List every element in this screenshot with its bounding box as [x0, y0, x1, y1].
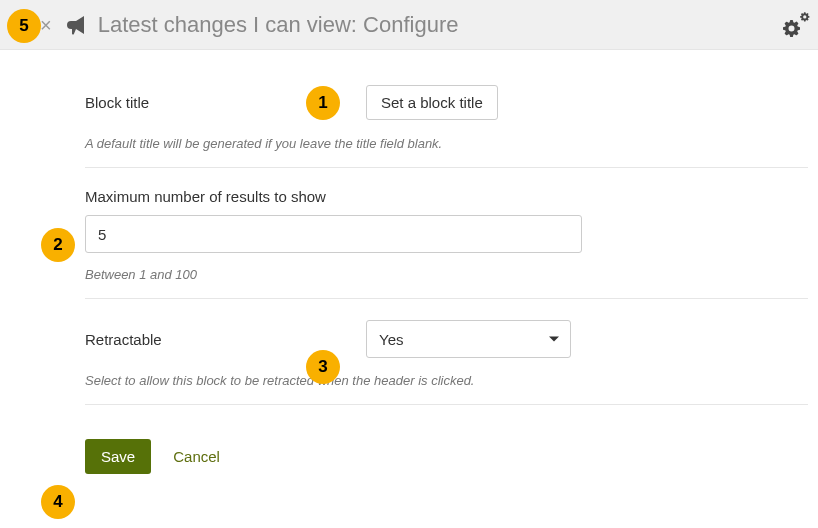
annotation-badge-2: 2 [41, 228, 75, 262]
panel-header: × Latest changes I can view: Configure [0, 0, 818, 50]
gear-icon[interactable] [780, 10, 810, 40]
annotation-badge-5: 5 [7, 9, 41, 43]
block-title-help: A default title will be generated if you… [85, 136, 808, 151]
divider [85, 298, 808, 299]
retractable-select-value[interactable]: Yes [366, 320, 571, 358]
annotation-badge-4: 4 [41, 485, 75, 519]
max-results-input[interactable] [85, 215, 582, 253]
retractable-select[interactable]: Yes [366, 320, 571, 358]
megaphone-icon [64, 13, 88, 37]
retractable-label: Retractable [85, 331, 350, 348]
cancel-link[interactable]: Cancel [173, 448, 220, 465]
panel-body: Block title Set a block title A default … [0, 50, 818, 474]
save-button[interactable]: Save [85, 439, 151, 474]
retractable-row: Retractable Yes [85, 319, 808, 359]
divider [85, 404, 808, 405]
retractable-help: Select to allow this block to be retract… [85, 373, 808, 388]
max-results-label: Maximum number of results to show [85, 188, 808, 205]
action-row: Save Cancel [85, 439, 808, 474]
divider [85, 167, 808, 168]
annotation-badge-1: 1 [306, 86, 340, 120]
panel-title: Latest changes I can view: Configure [98, 12, 459, 38]
close-icon[interactable]: × [40, 15, 52, 35]
max-results-help: Between 1 and 100 [85, 267, 808, 282]
annotation-badge-3: 3 [306, 350, 340, 384]
block-title-row: Block title Set a block title [85, 82, 808, 122]
set-block-title-button[interactable]: Set a block title [366, 85, 498, 120]
